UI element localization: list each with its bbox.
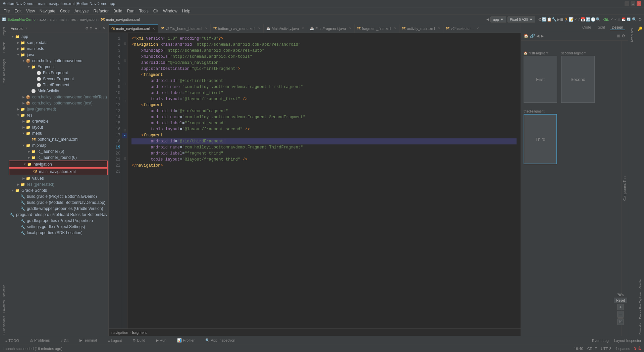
collapse-icon[interactable]: – — [99, 27, 101, 31]
tree-item-settings-gradle[interactable]: 🔧 settings.gradle (Project Settings) — [8, 224, 108, 230]
event-log-link[interactable]: Event Log — [592, 339, 609, 343]
sort-icon[interactable]: ⇅ — [90, 26, 93, 31]
breadcrumb-navigation[interactable]: navigation — [111, 331, 128, 335]
menu-analyze[interactable]: Analyze — [72, 8, 91, 14]
tree-item-values[interactable]: ▶ 📁 values — [8, 175, 108, 181]
tree-item-res-generated[interactable]: ▶ 📁 res (generated) — [8, 181, 108, 187]
menu-git[interactable]: Git — [151, 8, 160, 14]
tab-close-v24-sel[interactable]: ✕ — [476, 27, 479, 30]
emulator-icon[interactable]: Emulator — [638, 321, 643, 336]
bottom-tab-logcat[interactable]: ≡ Logcat — [105, 338, 125, 343]
tree-item-java-generated[interactable]: ▶ 📁 java (generated) — [8, 106, 108, 112]
tree-item-test[interactable]: ▶ 📦 com.holloyi.bottomnavdemo (test) — [8, 100, 108, 106]
tab-close-main-nav[interactable]: ✕ — [152, 27, 155, 31]
tab-close-v24[interactable]: ✕ — [205, 27, 208, 30]
tree-item-gradle-scripts[interactable]: ▼ 📁 Gradle Scripts — [8, 187, 108, 193]
tree-item-ic-launcher[interactable]: ▶ 📁 ic_launcher (6) — [8, 148, 108, 155]
structure-icon[interactable]: Structure — [2, 283, 6, 299]
fragment-first-box[interactable]: First — [524, 56, 557, 103]
tree-item-bottom-nav-menu[interactable]: 🗺 bottom_nav_menu.xml — [8, 136, 108, 142]
bottom-tab-todo[interactable]: ≡ TODO — [3, 338, 22, 343]
tree-item-package-main[interactable]: ▼ 📦 com.holloyi.bottomnavdemo — [8, 58, 108, 64]
commit-icon[interactable]: Commit — [2, 41, 6, 54]
tree-item-third-fragment[interactable]: ⚪ ThirdFragment — [8, 82, 108, 88]
tree-item-mipmap[interactable]: ▼ 📁 mipmap — [8, 142, 108, 148]
menu-navigate[interactable]: Navigate — [38, 8, 57, 14]
tree-item-main-navigation[interactable]: 🗺 main_navigation.xml — [9, 168, 108, 175]
key-icon[interactable]: 🔑 — [637, 26, 644, 32]
tree-item-navigation[interactable]: ▼ 📁 navigation — [9, 161, 108, 168]
tree-item-res[interactable]: ▼ 📁 res — [8, 112, 108, 118]
project-tree-content[interactable]: ▼ 📁 app ▶ 📁 sampledata ▶ 📁 manifests — [8, 33, 108, 336]
tab-close-frag-first[interactable]: ✕ — [394, 27, 396, 30]
tab-bottom-nav[interactable]: 🗺 bottom_nav_menu.xml ✕ — [211, 24, 264, 33]
zoom-plus-button[interactable]: + — [617, 304, 624, 310]
menu-file[interactable]: File — [1, 8, 12, 14]
api-level-selector[interactable]: Pixel 5 A28 ▼ — [507, 16, 535, 23]
tab-close-first-frag[interactable]: ✕ — [349, 27, 352, 30]
tree-item-first-fragment[interactable]: ⚪ FirstFragment — [8, 70, 108, 76]
device-file-icon[interactable]: Device File Explorer — [638, 291, 643, 320]
tree-item-gradle-properties[interactable]: 🔧 gradle.properties (Project Properties) — [8, 218, 108, 224]
tab-activity-main[interactable]: 🗺 activity_main.xml ✕ — [399, 24, 443, 33]
menu-run[interactable]: Run — [125, 8, 137, 14]
tab-split[interactable]: Split — [596, 25, 607, 30]
tree-item-menu[interactable]: ▼ 📁 menu — [8, 130, 108, 136]
bottom-tab-app-inspection[interactable]: 🔍 App Inspection — [203, 338, 238, 343]
layout-inspector-link[interactable]: Layout Inspector — [614, 339, 641, 343]
bottom-tab-run[interactable]: ▶ Run — [153, 338, 169, 343]
tree-item-ic-launcher-round[interactable]: ▶ 📁 ic_launcher_round (6) — [8, 155, 108, 161]
tab-close-main-act[interactable]: ✕ — [302, 27, 304, 30]
gradle-side-icon[interactable]: Gradle — [638, 278, 643, 290]
tree-item-app[interactable]: ▼ 📁 app — [8, 34, 108, 40]
device-selector[interactable]: app ▼ — [490, 16, 506, 23]
favorites-icon[interactable]: Favorites — [2, 299, 6, 314]
fragment-second-box[interactable]: Second — [561, 56, 595, 103]
project-icon[interactable]: Project — [2, 26, 6, 38]
bottom-tab-build[interactable]: ⚙ Build — [130, 338, 148, 343]
bottom-tab-profiler[interactable]: 📊 Profiler — [174, 338, 197, 343]
tree-item-sampledata[interactable]: ▶ 📁 sampledata — [8, 40, 108, 46]
tree-item-manifests[interactable]: ▶ 📁 manifests — [8, 46, 108, 52]
preview-expand-icon[interactable]: ⊞ — [617, 34, 620, 38]
tree-item-layout[interactable]: ▶ 📁 layout — [8, 124, 108, 130]
tab-fragment-first[interactable]: 🗺 fragment_first.xml ✕ — [355, 24, 399, 33]
bottom-tab-problems[interactable]: ⚠ Problems — [27, 338, 53, 343]
preview-home-icon[interactable]: 🏠 — [524, 34, 529, 38]
tab-main-activity[interactable]: ☕ MainActivity.java ✕ — [264, 24, 307, 33]
tab-close-act-main[interactable]: ✕ — [438, 27, 440, 30]
filter-icon[interactable]: ▼ — [94, 27, 98, 31]
maximize-button[interactable]: □ — [631, 1, 635, 6]
tree-item-local-properties[interactable]: 🔧 local.properties (SDK Location) — [8, 230, 108, 236]
fragment-third-box[interactable]: Third — [524, 114, 557, 164]
bottom-tab-git[interactable]: ⑂ Git — [58, 338, 71, 343]
tree-item-gradle-wrapper[interactable]: 🔧 gradle-wrapper.properties (Gradle Vers… — [8, 206, 108, 212]
sync-icon[interactable]: ⚙ — [85, 26, 89, 31]
tab-first-fragment[interactable]: ☕ FirstFragment.java ✕ — [307, 24, 355, 33]
minimize-button[interactable]: – — [625, 1, 629, 6]
close-button[interactable]: ✕ — [637, 1, 641, 6]
zoom-reset-button[interactable]: Reset — [614, 298, 627, 303]
tree-item-fragment-folder[interactable]: ▼ 📁 Fragment — [8, 64, 108, 70]
tree-item-build-gradle-module[interactable]: 🔧 build.gradle (Module: BottomNavDemo.ap… — [8, 200, 108, 206]
tab-v24-selector[interactable]: 🗺 v24\selector... ✕ — [443, 24, 482, 33]
preview-forward-icon[interactable]: ▶ — [541, 34, 544, 38]
tab-v24-home[interactable]: 🗺 v24\ic_home_blue.xml ✕ — [158, 24, 210, 33]
tab-close-bottom-nav[interactable]: ✕ — [258, 27, 261, 30]
tree-item-main-activity[interactable]: ⚪ MainActivity — [8, 88, 108, 94]
tree-item-java[interactable]: ▼ 📁 java — [8, 52, 108, 58]
bottom-tab-terminal[interactable]: ▶ Terminal — [77, 338, 100, 343]
resource-manager-icon[interactable]: Resource Manager — [2, 57, 6, 86]
menu-code[interactable]: Code — [58, 8, 72, 14]
breadcrumb-fragment[interactable]: fragment — [132, 331, 147, 335]
build-variants-icon[interactable]: Build Variants — [2, 315, 6, 336]
preview-link-icon[interactable]: 🔗 — [530, 34, 535, 38]
tree-item-second-fragment[interactable]: ⚪ SecondFragment — [8, 76, 108, 82]
zoom-minus-button[interactable]: – — [617, 311, 624, 318]
tree-item-proguard[interactable]: 🔧 proguard-rules.pro (ProGuard Rules for… — [8, 212, 108, 218]
code-editor[interactable]: <?xml version="1.0" encoding="utf-8"?> <… — [127, 33, 521, 328]
preview-settings-icon[interactable]: ⚙ — [622, 34, 625, 38]
tree-item-android-test[interactable]: ▶ 📦 com.holloyi.bottomnavdemo (androidTe… — [8, 94, 108, 100]
menu-edit[interactable]: Edit — [12, 8, 23, 14]
preview-back-icon[interactable]: ◀ — [536, 34, 539, 38]
